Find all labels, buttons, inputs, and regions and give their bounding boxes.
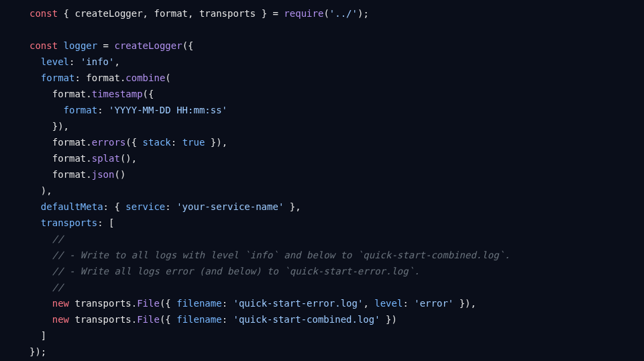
key-defaultMeta: defaultMeta <box>41 201 103 212</box>
string: 'YYYY-MM-DD HH:mm:ss' <box>109 105 227 115</box>
indent <box>30 56 41 67</box>
punct: ({ <box>125 137 142 148</box>
ident: format <box>52 153 87 164</box>
punct: ); <box>358 8 369 19</box>
key-service: service <box>125 201 165 212</box>
fn-combine: combine <box>125 72 165 83</box>
punct: { <box>58 8 74 19</box>
indent <box>30 201 41 212</box>
punct: }), <box>52 121 69 132</box>
fn-createLogger: createLogger <box>114 40 182 51</box>
punct: ({ <box>182 40 194 51</box>
key-level: level <box>41 56 69 67</box>
string: 'quick-start-combined.log' <box>233 314 380 325</box>
comment: // <box>52 282 64 293</box>
punct: . <box>86 137 91 148</box>
keyword-const: const <box>30 40 58 51</box>
key-format: format <box>64 105 98 115</box>
punct: . <box>131 298 137 309</box>
string: 'info' <box>80 56 115 67</box>
punct: . <box>86 169 91 180</box>
ident: format <box>154 8 188 19</box>
ident: format <box>52 169 87 180</box>
ident: transports <box>74 314 131 325</box>
punct: }, <box>284 201 301 212</box>
punct: }), <box>453 298 476 309</box>
punct: }); <box>30 346 46 357</box>
keyword-const: const <box>30 8 58 19</box>
punct: : <box>69 56 80 67</box>
ident: format <box>86 72 120 83</box>
bool-true: true <box>182 137 205 148</box>
fn-errors: errors <box>92 137 126 148</box>
indent <box>30 234 52 244</box>
punct: : <box>402 298 414 309</box>
punct: , <box>143 8 154 19</box>
ident: transports <box>74 298 131 309</box>
key-format: format <box>41 72 75 83</box>
punct: } = <box>256 8 284 19</box>
keyword-new: new <box>52 314 69 325</box>
punct: . <box>86 153 91 164</box>
punct: (), <box>120 153 137 164</box>
punct: = <box>97 40 114 51</box>
code-block: const { createLogger, format, transports… <box>0 0 644 360</box>
punct: ( <box>165 72 170 83</box>
punct: : <box>222 314 233 325</box>
string: 'error' <box>414 298 453 309</box>
string: 'quick-start-error.log' <box>233 298 364 309</box>
key-transports: transports <box>41 217 97 228</box>
indent <box>30 314 52 325</box>
punct: }) <box>380 314 397 325</box>
indent <box>30 250 52 260</box>
punct: : <box>165 201 176 212</box>
punct: ), <box>41 185 52 196</box>
key-stack: stack <box>143 137 171 148</box>
indent <box>30 217 41 228</box>
ident: format <box>52 89 87 99</box>
indent <box>30 105 64 115</box>
keyword-new: new <box>52 298 69 309</box>
indent <box>30 121 52 132</box>
fn-json: json <box>92 169 115 180</box>
string: 'your-service-name' <box>176 201 284 212</box>
indent <box>30 298 52 309</box>
ident: format <box>52 137 87 148</box>
punct: : <box>97 105 109 115</box>
indent <box>30 185 41 196</box>
punct: : { <box>103 201 126 212</box>
fn-timestamp: timestamp <box>92 89 143 99</box>
punct: ] <box>41 330 46 341</box>
string: '../' <box>329 8 358 19</box>
punct: ({ <box>160 314 176 325</box>
ident: transports <box>199 8 256 19</box>
punct: : <box>171 137 182 148</box>
comment: // - Write all logs error (and below) to… <box>52 266 420 276</box>
comment: // - Write to all logs with level `info`… <box>52 250 511 260</box>
indent <box>30 169 52 180</box>
punct: ({ <box>160 298 176 309</box>
fn-File: File <box>137 298 160 309</box>
ident-logger: logger <box>64 40 98 51</box>
fn-require: require <box>284 8 323 19</box>
indent <box>30 72 41 83</box>
punct: , <box>363 298 374 309</box>
punct: , <box>188 8 199 19</box>
punct: () <box>114 169 125 180</box>
punct: ( <box>323 8 329 19</box>
indent <box>30 137 52 148</box>
indent <box>30 282 52 293</box>
indent <box>30 330 41 341</box>
indent <box>30 266 52 276</box>
space <box>58 40 63 51</box>
punct: : <box>222 298 233 309</box>
punct: }), <box>205 137 227 148</box>
indent <box>30 89 52 99</box>
key-filename: filename <box>176 314 221 325</box>
punct: : <box>74 72 86 83</box>
comment: // <box>52 234 64 244</box>
punct: : [ <box>97 217 114 228</box>
fn-File: File <box>137 314 160 325</box>
key-level: level <box>374 298 402 309</box>
punct: ({ <box>143 89 154 99</box>
